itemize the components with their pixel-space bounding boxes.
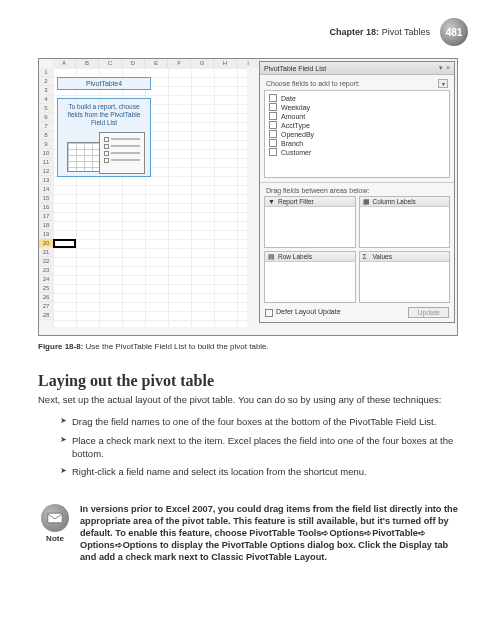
pt-help-line3: Field List	[61, 119, 147, 127]
row-header-cell: 10	[39, 149, 53, 158]
field-item[interactable]: Branch	[269, 139, 445, 147]
row-header-cell: 1	[39, 68, 53, 77]
dropdown-icon[interactable]: ▾	[439, 64, 443, 72]
row-header-cell: 19	[39, 230, 53, 239]
zone-row-labels[interactable]: ▤Row Labels	[264, 251, 356, 303]
row-header-cell: 13	[39, 176, 53, 185]
field-item[interactable]: OpenedBy	[269, 130, 445, 138]
field-checkbox[interactable]	[269, 130, 277, 138]
column-header-cell: H	[214, 59, 237, 68]
selected-cell-outline	[53, 239, 76, 248]
field-list-footer: Defer Layout Update Update	[260, 303, 454, 322]
defer-checkbox[interactable]	[265, 309, 273, 317]
field-list-subtitle: Choose fields to add to report:	[266, 80, 360, 87]
field-checkbox[interactable]	[269, 94, 277, 102]
pt-help-illustration	[61, 130, 147, 176]
row-header-cell: 2	[39, 77, 53, 86]
chapter-label: Chapter 18: Pivot Tables	[330, 27, 430, 37]
field-item[interactable]: Date	[269, 94, 445, 102]
note-block: Note In versions prior to Excel 2007, yo…	[38, 504, 460, 564]
titlebar-controls: ▾ ×	[439, 64, 450, 72]
note-label: Note	[46, 534, 64, 543]
pt-help-line1: To build a report, choose	[61, 103, 147, 111]
field-list-titlebar: PivotTable Field List ▾ ×	[260, 62, 454, 75]
figure-18-8: ABCDEFGHI 123456789101112131415161718192…	[38, 58, 458, 336]
field-item-label: OpenedBy	[281, 131, 314, 138]
zone-row-labels-label: Row Labels	[278, 253, 312, 260]
column-header-cell: G	[191, 59, 214, 68]
note-icon-column: Note	[38, 504, 72, 564]
column-header-cell: B	[76, 59, 99, 68]
row-header-cell: 22	[39, 257, 53, 266]
zone-report-filter[interactable]: ▼Report Filter	[264, 196, 356, 248]
zone-values[interactable]: ΣValues	[359, 251, 451, 303]
field-list-subtitle-row: Choose fields to add to report: ▾	[260, 75, 454, 90]
row-header-cell: 18	[39, 221, 53, 230]
row-header-cell: 4	[39, 95, 53, 104]
drag-areas-label: Drag fields between areas below:	[260, 182, 454, 196]
zone-values-label: Values	[373, 253, 392, 260]
pivottable-name: PivotTable4	[57, 77, 151, 90]
chapter-title: Pivot Tables	[382, 27, 430, 37]
row-header-cell: 17	[39, 212, 53, 221]
column-header-cell: C	[99, 59, 122, 68]
close-icon[interactable]: ×	[446, 64, 450, 72]
caption-text: Use the PivotTable Field List to build t…	[86, 342, 269, 351]
row-header-cell: 9	[39, 140, 53, 149]
caption-prefix: Figure 18-8:	[38, 342, 83, 351]
page-number: 481	[440, 18, 468, 46]
list-item: Right-click a field name and select its …	[60, 466, 458, 479]
column-header-cell: I	[237, 59, 260, 68]
zone-column-labels[interactable]: ▦Column Labels	[359, 196, 451, 248]
row-header-cell: 8	[39, 131, 53, 140]
defer-update-control[interactable]: Defer Layout Update	[265, 308, 341, 316]
layout-options-button[interactable]: ▾	[438, 79, 448, 88]
field-item[interactable]: AcctType	[269, 121, 445, 129]
field-checkbox[interactable]	[269, 139, 277, 147]
section-heading: Laying out the pivot table	[38, 372, 214, 390]
row-header-cell: 26	[39, 293, 53, 302]
row-header-cell: 5	[39, 104, 53, 113]
row-header-cell: 12	[39, 167, 53, 176]
update-button[interactable]: Update	[408, 307, 449, 318]
svg-rect-0	[48, 513, 62, 523]
pivottable-help-box: To build a report, choose fields from th…	[57, 98, 151, 177]
chapter-prefix: Chapter 18:	[330, 27, 380, 37]
field-checkbox[interactable]	[269, 103, 277, 111]
field-item-label: Branch	[281, 140, 303, 147]
column-header-cell: E	[145, 59, 168, 68]
drop-zones: ▼Report Filter ▦Column Labels ▤Row Label…	[260, 196, 454, 303]
excel-worksheet: ABCDEFGHI 123456789101112131415161718192…	[39, 59, 247, 327]
note-envelope-icon	[41, 504, 69, 532]
illustration-fieldlist-icon	[99, 132, 145, 174]
row-headers: 1234567891011121314151617181920212223242…	[39, 68, 53, 320]
field-list-title: PivotTable Field List	[264, 65, 326, 72]
row-header-cell: 11	[39, 158, 53, 167]
field-checkbox[interactable]	[269, 148, 277, 156]
field-item-label: AcctType	[281, 122, 310, 129]
field-item[interactable]: Customer	[269, 148, 445, 156]
sigma-icon: Σ	[363, 253, 370, 260]
pt-help-line2: fields from the PivotTable	[61, 111, 147, 119]
row-header-cell: 3	[39, 86, 53, 95]
row-header-cell: 6	[39, 113, 53, 122]
technique-list: Drag the field names to one of the four …	[60, 416, 458, 485]
defer-label: Defer Layout Update	[276, 308, 341, 315]
figure-caption: Figure 18-8: Use the PivotTable Field Li…	[38, 342, 269, 351]
rows-icon: ▤	[268, 253, 275, 260]
section-intro: Next, set up the actual layout of the pi…	[38, 394, 460, 407]
row-header-cell: 20	[39, 239, 53, 248]
list-item: Place a check mark next to the item. Exc…	[60, 435, 458, 461]
list-item: Drag the field names to one of the four …	[60, 416, 458, 429]
note-text: In versions prior to Excel 2007, you cou…	[80, 504, 460, 564]
page-header: Chapter 18: Pivot Tables 481	[330, 18, 468, 46]
zone-report-filter-label: Report Filter	[278, 198, 314, 205]
field-checkbox[interactable]	[269, 121, 277, 129]
field-item-label: Date	[281, 95, 296, 102]
row-header-cell: 21	[39, 248, 53, 257]
field-item[interactable]: Amount	[269, 112, 445, 120]
field-item[interactable]: Weekday	[269, 103, 445, 111]
field-checkbox[interactable]	[269, 112, 277, 120]
illustration-grid-icon	[67, 142, 101, 172]
row-header-cell: 16	[39, 203, 53, 212]
